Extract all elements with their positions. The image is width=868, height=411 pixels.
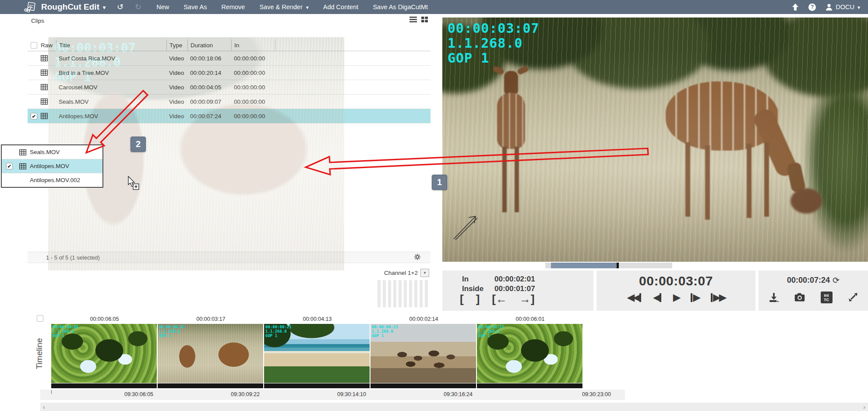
help-icon[interactable]: ? xyxy=(808,4,816,11)
timeline-clip-thumbnail[interactable]: 00:00:00:211.1.268.0GOP 1 xyxy=(264,324,370,383)
app-logo-icon xyxy=(24,2,37,12)
view-toggles xyxy=(409,17,428,22)
save-render-button[interactable]: Save & Render ▾ xyxy=(259,4,308,11)
add-content-button[interactable]: Add Content xyxy=(323,4,359,11)
clip-dropdown-menu: Seals.MOV ✔ Antilopes.MOV Antilopes.MOV.… xyxy=(1,144,103,188)
column-duration[interactable]: Duration xyxy=(187,39,231,51)
clip-in: 00:00:00:00 xyxy=(231,95,275,109)
table-row[interactable]: Seals.MOV Video 00:00:09:07 00:00:00:00 xyxy=(28,95,430,109)
clip-in: 00:00:00:00 xyxy=(231,51,275,65)
table-row-selected[interactable]: ✔ Antilopes.MOV Video 00:00:07:24 00:00:… xyxy=(28,109,430,123)
raw-clip-icon xyxy=(41,70,48,76)
clip-duration: 00:00:18:06 xyxy=(187,51,231,65)
internal-timecode-toggle[interactable]: Int TC xyxy=(821,292,833,303)
mark-out-button[interactable]: ] xyxy=(476,292,480,306)
column-in[interactable]: In xyxy=(231,39,275,51)
clip-audio-bar xyxy=(370,383,476,388)
dropdown-item-seals[interactable]: Seals.MOV xyxy=(2,145,102,159)
annotation-badge-1: 1 xyxy=(432,175,447,190)
save-as-digacutmt-button[interactable]: Save As DigaCutMt xyxy=(373,4,428,11)
clip-end-timecode: 09:30:06:05 xyxy=(105,391,153,397)
raw-clip-icon xyxy=(41,98,48,105)
select-all-checkbox[interactable] xyxy=(31,42,37,49)
topbar-right: ? DOCU ▾ xyxy=(792,4,860,11)
column-title[interactable]: Title xyxy=(56,39,166,51)
fullscreen-icon[interactable] xyxy=(848,292,858,302)
in-timecode: 00:00:02:01 xyxy=(494,274,535,284)
transport-controls: ◀◀ ◀ ▶ ▶ ▶▶ xyxy=(596,292,755,303)
app-window: RoughCut Edit ▾ ↺ ↻ New Save As Remove S… xyxy=(0,0,868,411)
upload-icon[interactable] xyxy=(792,4,799,11)
clip-title: Seals.MOV xyxy=(56,95,166,109)
gear-icon[interactable] xyxy=(414,253,421,262)
player-scrub-fill xyxy=(551,263,617,268)
channel-select[interactable]: ▾ xyxy=(420,269,429,277)
dropdown-item-label: Seals.MOV xyxy=(30,149,60,155)
table-row[interactable]: Surf Costa Rica.MOV Video 00:00:18:06 00… xyxy=(28,51,430,66)
clip-duration-label: 00:00:04:13 xyxy=(264,316,370,322)
playhead-marker[interactable] xyxy=(617,263,619,268)
clip-duration: 00:00:20:14 xyxy=(187,66,231,80)
annotation-badge-2: 2 xyxy=(131,137,146,152)
mark-in-button[interactable]: [ xyxy=(460,292,464,306)
loop-icon[interactable]: ⟳ xyxy=(833,275,840,285)
clips-pagination-bar: 1 - 5 of 5 (1 selected) xyxy=(28,252,430,263)
in-out-panel: In 00:00:02:01 Inside 00:00:01:07 [ ] [←… xyxy=(442,270,593,311)
remove-button[interactable]: Remove xyxy=(221,4,245,11)
overlay-timecode: 00:00:03:07 xyxy=(448,21,540,36)
raw-clip-icon xyxy=(41,84,48,90)
table-row[interactable]: Carousel.MOV Video 00:00:04:05 00:00:00:… xyxy=(28,80,430,95)
play-button[interactable]: ▶ xyxy=(673,292,679,303)
redo-button[interactable]: ↻ xyxy=(135,2,141,12)
new-button[interactable]: New xyxy=(156,4,169,11)
goto-in-button[interactable]: [← xyxy=(492,292,507,306)
table-row[interactable]: Bird in a Tree.MOV Video 00:00:20:14 00:… xyxy=(28,66,430,80)
timeline-clip-thumbnail[interactable]: 00:00:04:051.1.268.0GOP 1 xyxy=(51,324,157,383)
audio-level-meters xyxy=(378,280,428,307)
camera-icon[interactable] xyxy=(794,293,805,302)
clips-table-header: Raw Title Type Duration In xyxy=(28,39,430,51)
timeline-scrollbar[interactable]: ‹ › xyxy=(40,403,868,411)
scroll-left-icon[interactable]: ‹ xyxy=(43,403,45,411)
dropdown-item-label: Antilopes.MOV xyxy=(30,163,69,169)
goto-out-button[interactable]: →] xyxy=(519,292,535,306)
timeline-clip-thumbnail[interactable]: 00:00:00:231.1.268.0GOP 1 xyxy=(370,324,476,383)
scroll-right-icon[interactable]: › xyxy=(863,403,865,411)
undo-button[interactable]: ↺ xyxy=(117,2,123,12)
channel-label: Channel 1+2 xyxy=(384,270,418,276)
column-raw[interactable]: Raw xyxy=(41,39,56,51)
download-icon[interactable] xyxy=(769,292,779,302)
user-icon xyxy=(826,4,833,11)
clip-in: 00:00:00:00 xyxy=(231,80,275,94)
pagination-status: 1 - 5 of 5 (1 selected) xyxy=(46,254,100,261)
dropdown-item-antilopes-002[interactable]: Antilopes.MOV.002 xyxy=(2,173,102,187)
clip-title: Carousel.MOV xyxy=(56,80,166,94)
step-forward-button[interactable]: ▶ xyxy=(691,292,699,303)
goto-end-button[interactable]: ▶▶ xyxy=(711,292,725,303)
clip-type: Video xyxy=(166,109,187,123)
list-view-button[interactable] xyxy=(409,17,417,22)
clip-duration: 00:00:04:05 xyxy=(187,80,231,94)
clip-end-timecode: 09:30:14:10 xyxy=(318,391,366,397)
user-menu[interactable]: DOCU ▾ xyxy=(826,4,860,11)
timeline-clip-thumbnail[interactable]: 00:00:04:071.1.268.0GOP 1 xyxy=(158,324,263,383)
clip-duration-label: 00:00:06:01 xyxy=(477,316,583,322)
step-back-button[interactable]: ◀ xyxy=(653,292,661,303)
goto-start-button[interactable]: ◀◀ xyxy=(627,292,641,303)
clips-table-body: Surf Costa Rica.MOV Video 00:00:18:06 00… xyxy=(28,51,430,123)
timeline-checkbox[interactable] xyxy=(37,315,43,322)
raw-clip-icon xyxy=(19,149,26,155)
clip-title: Bird in a Tree.MOV xyxy=(56,66,166,80)
app-title-menu[interactable]: RoughCut Edit ▾ xyxy=(41,2,106,12)
player-viewport[interactable]: 00:00:03:07 1.1.268.0 GOP 1 xyxy=(442,18,868,262)
timeline-clip-thumbnail[interactable]: 00:00:05:231.1.268.0GOP 1 xyxy=(477,324,582,383)
dropdown-item-antilopes[interactable]: ✔ Antilopes.MOV xyxy=(2,159,102,173)
toolbar-menu: New Save As Remove Save & Render ▾ Add C… xyxy=(156,4,428,11)
overlay-gop: GOP 1 xyxy=(448,51,540,66)
clip-audio-bar xyxy=(158,383,263,388)
column-type[interactable]: Type xyxy=(166,39,187,51)
row-checkbox-checked[interactable]: ✔ xyxy=(31,113,37,119)
grid-view-button[interactable] xyxy=(421,17,428,22)
item-checkbox-checked[interactable]: ✔ xyxy=(6,163,13,169)
save-as-button[interactable]: Save As xyxy=(183,4,207,11)
